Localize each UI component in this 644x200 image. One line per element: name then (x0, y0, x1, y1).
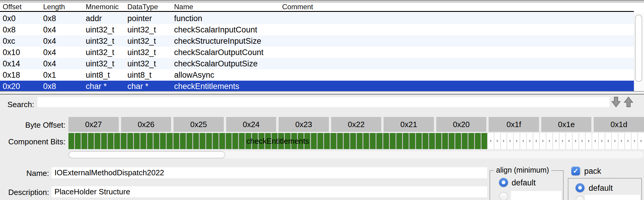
bit-cell-empty[interactable] (520, 133, 526, 149)
bit-cell-highlighted[interactable] (291, 133, 297, 149)
structure-name-input[interactable] (51, 167, 487, 178)
pack-default-radio[interactable] (576, 183, 584, 192)
bit-cell-highlighted[interactable] (475, 133, 481, 149)
bit-cell-highlighted[interactable] (278, 133, 284, 149)
bit-cell-highlighted[interactable] (75, 133, 81, 149)
bit-cell-highlighted[interactable] (134, 133, 140, 149)
bit-cell-highlighted[interactable] (173, 133, 179, 149)
bit-cell-highlighted[interactable] (337, 133, 343, 149)
bit-cell-highlighted[interactable] (468, 133, 474, 149)
pack-custom-radio[interactable] (576, 196, 584, 200)
bit-cell-highlighted[interactable] (232, 133, 238, 149)
vertical-scrollbar-thumb[interactable] (635, 15, 642, 82)
align-default-radio[interactable] (499, 178, 508, 187)
bit-cell-highlighted[interactable] (95, 133, 100, 149)
bit-cell-highlighted[interactable] (344, 133, 349, 149)
bit-cell-highlighted[interactable] (114, 133, 120, 149)
bit-cell-highlighted[interactable] (285, 133, 290, 149)
bit-cell-highlighted[interactable] (180, 133, 186, 149)
bit-cell-highlighted[interactable] (88, 133, 94, 149)
bit-cell-empty[interactable] (598, 133, 605, 149)
bit-cell-empty[interactable] (592, 133, 598, 149)
bit-cell-highlighted[interactable] (324, 133, 330, 149)
bit-cell-highlighted[interactable] (272, 133, 277, 149)
bit-cell-highlighted[interactable] (160, 133, 166, 149)
table-row[interactable]: 0x180x1uint8_tuint8_tallowAsync (0, 69, 634, 81)
structure-description-input[interactable] (51, 186, 487, 197)
split-pane-divider-top[interactable] (0, 0, 644, 2)
bit-cell-highlighted[interactable] (167, 133, 172, 149)
bit-cell-empty[interactable] (605, 133, 611, 149)
bit-cell-highlighted[interactable] (213, 133, 218, 149)
bit-cell-highlighted[interactable] (246, 133, 251, 149)
bit-cell-highlighted[interactable] (147, 133, 153, 149)
bit-cell-highlighted[interactable] (462, 133, 468, 149)
bit-cell-highlighted[interactable] (187, 133, 192, 149)
bit-cell-highlighted[interactable] (383, 133, 389, 149)
table-row[interactable]: 0x00x8addrpointerfunction (0, 13, 634, 24)
align-custom-radio[interactable] (499, 192, 508, 200)
column-header-offset[interactable]: Offset (3, 3, 22, 11)
bit-cell-highlighted[interactable] (363, 133, 369, 149)
bit-cell-highlighted[interactable] (200, 133, 205, 149)
bit-cell-highlighted[interactable] (101, 133, 107, 149)
bit-cell-empty[interactable] (552, 133, 559, 149)
bit-cell-empty[interactable] (533, 133, 539, 149)
bit-cell-highlighted[interactable] (68, 133, 74, 149)
bit-cell-highlighted[interactable] (482, 133, 487, 149)
bit-cell-empty[interactable] (631, 133, 637, 149)
bit-cell-empty[interactable] (559, 133, 565, 149)
table-row[interactable]: 0x200x8char *char *checkEntitlements (0, 81, 634, 92)
table-row[interactable]: 0x140x4uint32_tuint32_tcheckScalarOutput… (0, 58, 634, 69)
bit-cell-highlighted[interactable] (357, 133, 362, 149)
bit-cell-highlighted[interactable] (403, 133, 409, 149)
search-next-button[interactable] (611, 96, 621, 108)
bit-cell-highlighted[interactable] (108, 133, 113, 149)
bit-cell-empty[interactable] (526, 133, 533, 149)
bit-cell-highlighted[interactable] (226, 133, 232, 149)
bit-cell-highlighted[interactable] (265, 133, 271, 149)
bit-cell-highlighted[interactable] (121, 133, 126, 149)
bit-cell-empty[interactable] (487, 133, 494, 149)
bit-cell-highlighted[interactable] (396, 133, 402, 149)
bit-cell-empty[interactable] (618, 133, 624, 149)
bit-cell-highlighted[interactable] (239, 133, 245, 149)
column-header-comment[interactable]: Comment (282, 3, 313, 11)
bit-cell-highlighted[interactable] (423, 133, 428, 149)
column-header-mnemonic[interactable]: Mnemonic (86, 3, 119, 11)
bit-cell-highlighted[interactable] (409, 133, 415, 149)
bit-cell-highlighted[interactable] (449, 133, 454, 149)
bit-cell-empty[interactable] (624, 133, 631, 149)
bit-cell-highlighted[interactable] (442, 133, 448, 149)
bit-cell-empty[interactable] (546, 133, 552, 149)
column-header-length[interactable]: Length (43, 3, 65, 11)
bit-cell-empty[interactable] (513, 133, 520, 149)
bit-cell-highlighted[interactable] (390, 133, 396, 149)
bit-cell-highlighted[interactable] (318, 133, 323, 149)
bit-cell-empty[interactable] (539, 133, 546, 149)
bit-cell-empty[interactable] (500, 133, 507, 149)
column-header-name[interactable]: Name (174, 3, 193, 11)
bit-cell-highlighted[interactable] (154, 133, 159, 149)
bit-cell-empty[interactable] (637, 133, 644, 149)
bit-cell-highlighted[interactable] (193, 133, 199, 149)
column-header-datatype[interactable]: DataType (127, 3, 158, 11)
bit-cell-empty[interactable] (494, 133, 500, 149)
pack-checkbox[interactable]: ✓ (571, 167, 580, 175)
bit-cell-highlighted[interactable] (370, 133, 376, 149)
bit-cell-empty[interactable] (507, 133, 513, 149)
bit-cell-highlighted[interactable] (206, 133, 212, 149)
search-previous-button[interactable] (624, 96, 633, 108)
bit-cell-empty[interactable] (611, 133, 618, 149)
bit-cell-highlighted[interactable] (259, 133, 264, 149)
table-row[interactable]: 0x80x4uint32_tuint32_tcheckScalarInputCo… (0, 24, 634, 35)
pack-custom-value-input[interactable] (585, 195, 640, 200)
bit-cell-empty[interactable] (572, 133, 579, 149)
bit-cell-highlighted[interactable] (82, 133, 87, 149)
bit-cell-highlighted[interactable] (429, 133, 435, 149)
bit-cell-highlighted[interactable] (416, 133, 422, 149)
bit-cell-empty[interactable] (579, 133, 585, 149)
align-custom-value-input[interactable] (511, 191, 562, 200)
bit-cell-highlighted[interactable] (127, 133, 133, 149)
table-row[interactable]: 0x100x4uint32_tuint32_tcheckScalarOutput… (0, 47, 634, 58)
